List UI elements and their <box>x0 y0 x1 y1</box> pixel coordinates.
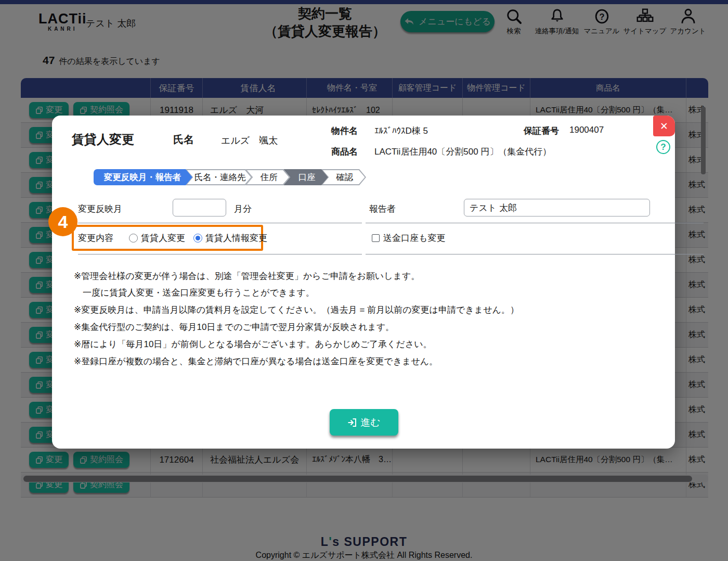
property-name-value: ｴﾙｽﾞﾊｳｽD棟 5 <box>374 125 428 137</box>
step-label: 住所 <box>250 172 286 183</box>
step-label: 確認 <box>326 172 362 183</box>
note-line: 一度に賃貸人変更・送金口座変更も行うことができます。 <box>74 286 519 300</box>
divider <box>78 223 362 223</box>
step-label: 氏名・連絡先 <box>184 172 254 183</box>
radio-landlord-info-change-label: 賃貸人情報変更 <box>205 232 267 244</box>
close-icon: ✕ <box>660 120 668 132</box>
notes-list: ※管理会社様の変更が伴う場合は、別途「管理会社変更」からご申請をお願いします。 … <box>74 270 519 372</box>
name-value: エルズ 颯太 <box>221 134 278 147</box>
note-line: ※変更反映月は、申請当月以降の賃料月を設定してください。（過去月 = 前月以前の… <box>74 303 519 317</box>
radio-unchecked-icon <box>129 234 138 243</box>
reflect-month-input[interactable] <box>173 199 226 216</box>
divider <box>366 254 704 254</box>
remittance-account-checkbox-label: 送金口座も変更 <box>383 232 445 244</box>
reflect-month-label: 変更反映月 <box>78 203 122 215</box>
name-label: 氏名 <box>173 133 194 147</box>
change-type-label: 変更内容 <box>78 232 113 244</box>
proceed-label: 進む <box>360 416 380 429</box>
divider <box>78 254 362 254</box>
step-nav: 変更反映月・報告者氏名・連絡先住所口座確認 <box>94 169 366 185</box>
help-question-icon: ? <box>660 142 666 152</box>
landlord-change-modal: ✕ ? 賃貸人変更 氏名 エルズ 颯太 物件名 ｴﾙｽﾞﾊｳｽD棟 5 保証番号… <box>52 116 675 449</box>
radio-landlord-info-change[interactable]: 賃貸人情報変更 <box>193 232 267 244</box>
enter-arrow-icon <box>347 418 357 427</box>
step-2[interactable]: 氏名・連絡先 <box>186 169 252 185</box>
checkbox-unchecked-icon <box>372 234 380 242</box>
reporter-input[interactable] <box>464 199 650 216</box>
step-label: 変更反映月・報告者 <box>97 172 190 183</box>
radio-landlord-change[interactable]: 賃貸人変更 <box>129 232 185 244</box>
product-name-label: 商品名 <box>331 146 358 158</box>
product-name-value: LACTii居住用40〔分割500 円〕（集金代行） <box>374 146 551 158</box>
note-line: ※集金代行型のご契約は、毎月10日までのご申請で翌月分家賃が反映されます。 <box>74 321 519 334</box>
guarantee-no-value: 1900407 <box>569 125 604 135</box>
close-button[interactable]: ✕ <box>653 116 675 136</box>
property-name-label: 物件名 <box>331 125 358 137</box>
modal-title: 賃貸人変更 <box>72 131 134 148</box>
note-line: ※暦により「毎月10日」が前倒しとなる場合がございます。あらかじめご了承ください… <box>74 338 519 351</box>
reflect-month-suffix: 月分 <box>234 203 252 215</box>
step-badge: 4 <box>48 207 77 236</box>
note-line: ※登録口座が複数の場合と、集金と滞納で口座が異なる場合は送金口座を変更できません… <box>74 355 519 368</box>
divider <box>366 223 704 223</box>
change-type-row: 変更内容 賃貸人変更 賃貸人情報変更 <box>78 225 276 251</box>
radio-landlord-change-label: 賃貸人変更 <box>141 232 185 244</box>
step-label: 口座 <box>288 172 324 183</box>
note-line: ※管理会社様の変更が伴う場合は、別途「管理会社変更」からご申請をお願いします。 <box>74 270 519 283</box>
reporter-label: 報告者 <box>369 203 396 215</box>
step-1[interactable]: 変更反映月・報告者 <box>94 169 192 185</box>
radio-checked-icon <box>193 234 202 243</box>
remittance-account-checkbox[interactable]: 送金口座も変更 <box>372 225 445 251</box>
proceed-button[interactable]: 進む <box>330 409 398 436</box>
guarantee-no-label: 保証番号 <box>524 125 559 137</box>
help-button[interactable]: ? <box>656 140 670 154</box>
